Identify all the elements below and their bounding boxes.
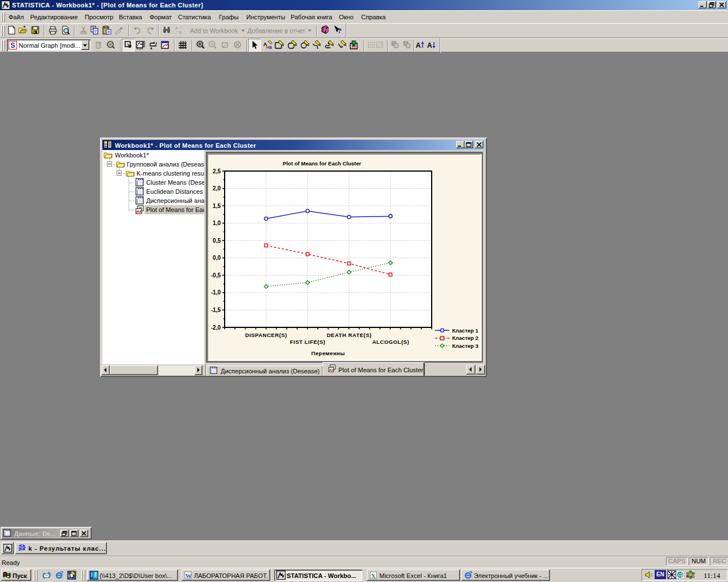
svg-text:A: A — [416, 41, 421, 49]
svg-text:Кластер 1: Кластер 1 — [452, 327, 479, 334]
svg-text:A: A — [175, 26, 178, 30]
svg-text:2,0: 2,0 — [213, 185, 221, 192]
svg-text:Plot of Means for Each Cluster: Plot of Means for Each Cluster — [283, 160, 361, 167]
svg-text:B: B — [269, 45, 272, 49]
svg-text:C: C — [678, 572, 681, 577]
svg-text:?: ? — [338, 26, 342, 35]
svg-text:0,5: 0,5 — [213, 238, 221, 244]
svg-text:A: A — [427, 41, 432, 49]
svg-text:Кластер 2: Кластер 2 — [452, 335, 478, 341]
svg-text:0,0: 0,0 — [213, 255, 221, 261]
svg-text:-1,5: -1,5 — [211, 307, 221, 313]
svg-text:Переменны: Переменны — [311, 350, 345, 356]
svg-text:B: B — [179, 31, 182, 35]
svg-text:2,5: 2,5 — [213, 168, 221, 174]
svg-text:ALCOGOL(S): ALCOGOL(S) — [372, 339, 409, 345]
svg-text:1,0: 1,0 — [213, 220, 221, 226]
svg-text:DEATH RATE(S): DEATH RATE(S) — [327, 332, 372, 338]
svg-text:DISPANCER(S): DISPANCER(S) — [245, 332, 287, 338]
svg-text:-0,5: -0,5 — [211, 272, 221, 278]
svg-text:X: X — [371, 572, 376, 579]
svg-text:FIST LIFE(S): FIST LIFE(S) — [290, 339, 325, 345]
svg-text:W: W — [185, 572, 192, 579]
svg-text:-2,0: -2,0 — [211, 325, 221, 331]
svg-text:Кластер 3: Кластер 3 — [452, 343, 478, 349]
svg-text:1,5: 1,5 — [213, 203, 221, 209]
svg-text:-1,0: -1,0 — [211, 289, 221, 296]
